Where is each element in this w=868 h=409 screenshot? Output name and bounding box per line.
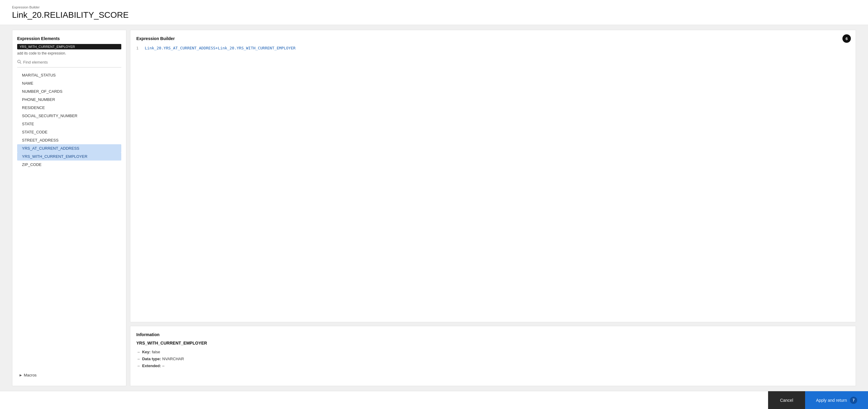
info-extended-value: – [162, 363, 164, 368]
footer: Cancel Apply and return 7 [0, 391, 868, 409]
expression-panel: Expression Builder 1 Link_20.YRS_AT_CURR… [130, 30, 856, 322]
info-row-key: – Key: false [136, 350, 850, 354]
badge-6: 6 [842, 34, 851, 43]
macros-arrow-icon: ▶ [20, 374, 22, 377]
expression-line: 1 Link_20.YRS_AT_CURRENT_ADDRESS+Link_20… [136, 46, 850, 50]
header-section: Expression Builder Link_20.RELIABILITY_S… [0, 0, 868, 25]
left-panel: Expression Elements YRS_WITH_CURRENT_EMP… [12, 30, 126, 386]
info-key-value: false [152, 350, 160, 354]
info-panel-title: Information [136, 332, 850, 337]
elements-list: MARITAL_STATUS NAME NUMBER_OF_CARDS PHON… [17, 71, 121, 371]
list-item[interactable]: RESIDENCE [17, 104, 121, 112]
header-label: Expression Builder [12, 5, 856, 9]
list-item[interactable]: PHONE_NUMBER [17, 95, 121, 104]
list-item[interactable]: SOCIAL_SECURITY_NUMBER [17, 112, 121, 120]
list-item-yrs-at-current-address[interactable]: YRS_AT_CURRENT_ADDRESS [17, 144, 121, 152]
hint-text: add its code to the expression. [17, 51, 121, 55]
info-field-name: YRS_WITH_CURRENT_EMPLOYER [136, 341, 850, 346]
list-item[interactable]: NUMBER_OF_CARDS [17, 87, 121, 95]
list-item-yrs-with-current-employer[interactable]: YRS_WITH_CURRENT_EMPLOYER [17, 152, 121, 160]
info-row-extended: – Extended: – [136, 363, 850, 368]
expression-panel-title: Expression Builder [136, 36, 850, 41]
list-item[interactable]: STREET_ADDRESS [17, 136, 121, 144]
list-item[interactable]: STATE [17, 120, 121, 128]
macros-row[interactable]: ▶ Macros [17, 371, 121, 380]
main-content: Expression Elements YRS_WITH_CURRENT_EMP… [0, 25, 868, 391]
svg-line-1 [20, 63, 21, 64]
right-panel: Expression Builder 1 Link_20.YRS_AT_CURR… [130, 30, 856, 386]
search-container [17, 60, 121, 67]
list-item[interactable]: STATE_CODE [17, 128, 121, 136]
expression-code[interactable]: Link_20.YRS_AT_CURRENT_ADDRESS+Link_20.Y… [145, 46, 850, 50]
macros-label: Macros [24, 373, 37, 377]
list-item[interactable]: MARITAL_STATUS [17, 71, 121, 79]
info-datatype-value: NVARCHAR [162, 357, 184, 361]
info-extended-label: Extended: [142, 363, 161, 368]
badge-7: 7 [850, 397, 857, 404]
apply-button-label: Apply and return [816, 398, 847, 403]
info-row-datatype: – Data type: NVARCHAR [136, 357, 850, 361]
cancel-button[interactable]: Cancel [768, 391, 805, 409]
info-datatype-label: Data type: [142, 357, 161, 361]
info-panel: Information YRS_WITH_CURRENT_EMPLOYER – … [130, 326, 856, 386]
line-number: 1 [136, 46, 141, 50]
page-title: Link_20.RELIABILITY_SCORE [12, 10, 856, 20]
list-item[interactable]: NAME [17, 79, 121, 87]
apply-button[interactable]: Apply and return 7 [805, 391, 868, 409]
list-item[interactable]: ZIP_CODE [17, 160, 121, 169]
page-container: Expression Builder Link_20.RELIABILITY_S… [0, 0, 868, 409]
search-input[interactable] [23, 60, 121, 64]
tooltip-tag: YRS_WITH_CURRENT_EMPLOYER [17, 44, 121, 49]
left-panel-title: Expression Elements [17, 36, 121, 41]
info-key-label: Key: [142, 350, 151, 354]
search-icon [17, 60, 21, 65]
